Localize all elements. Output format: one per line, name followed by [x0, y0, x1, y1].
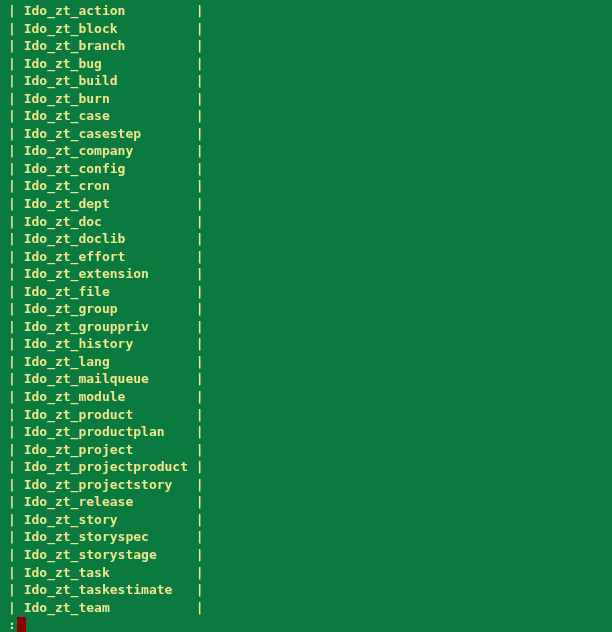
table-name-cell: Ido_zt_lang: [24, 354, 188, 369]
table-name-cell: Ido_zt_file: [24, 284, 188, 299]
pipe-separator: |: [8, 459, 24, 474]
pipe-separator: |: [188, 3, 204, 18]
table-name-cell: Ido_zt_doc: [24, 214, 188, 229]
table-name-cell: Ido_zt_team: [24, 600, 188, 615]
pipe-separator: |: [8, 565, 24, 580]
table-row: | Ido_zt_history |: [8, 335, 604, 353]
table-row: | Ido_zt_taskestimate |: [8, 581, 604, 599]
pipe-separator: |: [188, 108, 204, 123]
table-name-cell: Ido_zt_casestep: [24, 126, 188, 141]
table-name-cell: Ido_zt_build: [24, 73, 188, 88]
table-row: | Ido_zt_story |: [8, 511, 604, 529]
pipe-separator: |: [8, 319, 24, 334]
pipe-separator: |: [8, 389, 24, 404]
pipe-separator: |: [188, 600, 204, 615]
table-name-cell: Ido_zt_effort: [24, 249, 188, 264]
table-name-cell: Ido_zt_bug: [24, 56, 188, 71]
table-name-cell: Ido_zt_taskestimate: [24, 582, 188, 597]
table-name-cell: Ido_zt_action: [24, 3, 188, 18]
table-name-cell: Ido_zt_burn: [24, 91, 188, 106]
pipe-separator: |: [188, 477, 204, 492]
table-name-cell: Ido_zt_history: [24, 336, 188, 351]
pipe-separator: |: [188, 126, 204, 141]
table-row: | Ido_zt_file |: [8, 283, 604, 301]
pipe-separator: |: [8, 284, 24, 299]
table-row: | Ido_zt_dept |: [8, 195, 604, 213]
pipe-separator: |: [188, 442, 204, 457]
pipe-separator: |: [188, 143, 204, 158]
pipe-separator: |: [188, 161, 204, 176]
pipe-separator: |: [8, 126, 24, 141]
pipe-separator: |: [188, 319, 204, 334]
pipe-separator: |: [8, 91, 24, 106]
pipe-separator: |: [188, 73, 204, 88]
pipe-separator: |: [188, 547, 204, 562]
table-name-cell: Ido_zt_projectstory: [24, 477, 188, 492]
pipe-separator: |: [8, 354, 24, 369]
pipe-separator: |: [188, 249, 204, 264]
pipe-separator: |: [188, 389, 204, 404]
table-row: | Ido_zt_project |: [8, 441, 604, 459]
table-name-cell: Ido_zt_mailqueue: [24, 371, 188, 386]
pipe-separator: |: [188, 301, 204, 316]
pipe-separator: |: [8, 231, 24, 246]
pipe-separator: |: [8, 3, 24, 18]
pipe-separator: |: [188, 582, 204, 597]
pipe-separator: |: [8, 371, 24, 386]
table-name-cell: Ido_zt_doclib: [24, 231, 188, 246]
table-row: | Ido_zt_mailqueue |: [8, 370, 604, 388]
pipe-separator: |: [188, 371, 204, 386]
pipe-separator: |: [8, 21, 24, 36]
pipe-separator: |: [8, 178, 24, 193]
table-row: | Ido_zt_release |: [8, 493, 604, 511]
pipe-separator: |: [188, 354, 204, 369]
pipe-separator: |: [188, 38, 204, 53]
pipe-separator: |: [8, 214, 24, 229]
pipe-separator: |: [8, 600, 24, 615]
pipe-separator: |: [8, 143, 24, 158]
pipe-separator: |: [8, 38, 24, 53]
table-row: | Ido_zt_branch |: [8, 37, 604, 55]
table-name-cell: Ido_zt_group: [24, 301, 188, 316]
table-name-cell: Ido_zt_company: [24, 143, 188, 158]
table-row: | Ido_zt_config |: [8, 160, 604, 178]
table-row: | Ido_zt_team |: [8, 599, 604, 617]
pipe-separator: |: [188, 424, 204, 439]
table-name-cell: Ido_zt_block: [24, 21, 188, 36]
pipe-separator: |: [188, 56, 204, 71]
pipe-separator: |: [188, 512, 204, 527]
table-name-cell: Ido_zt_extension: [24, 266, 188, 281]
table-row: | Ido_zt_cron |: [8, 177, 604, 195]
table-row: | Ido_zt_build |: [8, 72, 604, 90]
table-row: | Ido_zt_module |: [8, 388, 604, 406]
table-row: | Ido_zt_group |: [8, 300, 604, 318]
table-row: | Ido_zt_storyspec |: [8, 528, 604, 546]
table-row: | Ido_zt_block |: [8, 20, 604, 38]
cursor-block: [17, 617, 26, 632]
pipe-separator: |: [8, 301, 24, 316]
table-row: | Ido_zt_projectstory |: [8, 476, 604, 494]
pipe-separator: |: [188, 529, 204, 544]
pipe-separator: |: [8, 424, 24, 439]
table-row: | Ido_zt_doc |: [8, 213, 604, 231]
table-name-cell: Ido_zt_projectproduct: [24, 459, 188, 474]
pipe-separator: |: [188, 336, 204, 351]
pipe-separator: |: [8, 73, 24, 88]
pipe-separator: |: [188, 459, 204, 474]
pipe-separator: |: [8, 529, 24, 544]
pipe-separator: |: [188, 231, 204, 246]
table-name-cell: Ido_zt_grouppriv: [24, 319, 188, 334]
table-name-cell: Ido_zt_storyspec: [24, 529, 188, 544]
pipe-separator: |: [8, 494, 24, 509]
pager-prompt[interactable]: :: [8, 616, 604, 632]
pipe-separator: |: [8, 512, 24, 527]
pipe-separator: |: [188, 266, 204, 281]
pipe-separator: |: [188, 284, 204, 299]
pipe-separator: |: [188, 91, 204, 106]
pipe-separator: |: [188, 196, 204, 211]
table-row: | Ido_zt_effort |: [8, 248, 604, 266]
table-name-cell: Ido_zt_project: [24, 442, 188, 457]
table-row: | Ido_zt_extension |: [8, 265, 604, 283]
pipe-separator: |: [8, 547, 24, 562]
table-row: | Ido_zt_casestep |: [8, 125, 604, 143]
